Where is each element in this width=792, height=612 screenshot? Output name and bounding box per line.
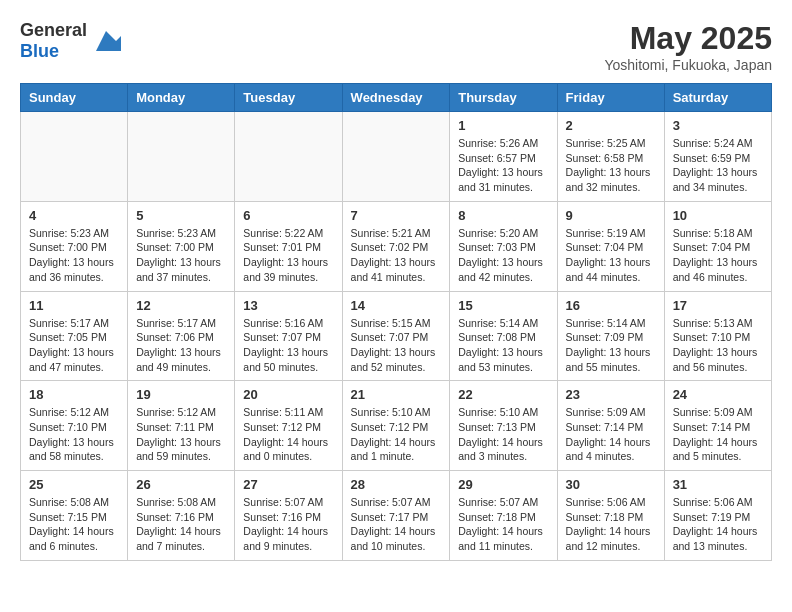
week-row-5: 25Sunrise: 5:08 AM Sunset: 7:15 PM Dayli… [21,471,772,561]
day-number: 29 [458,477,548,492]
day-info: Sunrise: 5:07 AM Sunset: 7:18 PM Dayligh… [458,495,548,554]
day-number: 16 [566,298,656,313]
day-number: 27 [243,477,333,492]
calendar-cell: 29Sunrise: 5:07 AM Sunset: 7:18 PM Dayli… [450,471,557,561]
calendar-cell: 21Sunrise: 5:10 AM Sunset: 7:12 PM Dayli… [342,381,450,471]
calendar-header-row: SundayMondayTuesdayWednesdayThursdayFrid… [21,84,772,112]
day-info: Sunrise: 5:14 AM Sunset: 7:08 PM Dayligh… [458,316,548,375]
col-header-friday: Friday [557,84,664,112]
calendar-cell: 9Sunrise: 5:19 AM Sunset: 7:04 PM Daylig… [557,201,664,291]
col-header-sunday: Sunday [21,84,128,112]
svg-marker-0 [96,31,121,51]
col-header-wednesday: Wednesday [342,84,450,112]
day-number: 31 [673,477,763,492]
day-info: Sunrise: 5:21 AM Sunset: 7:02 PM Dayligh… [351,226,442,285]
day-info: Sunrise: 5:23 AM Sunset: 7:00 PM Dayligh… [29,226,119,285]
day-number: 25 [29,477,119,492]
month-title: May 2025 [604,20,772,57]
day-info: Sunrise: 5:25 AM Sunset: 6:58 PM Dayligh… [566,136,656,195]
day-number: 26 [136,477,226,492]
day-number: 24 [673,387,763,402]
day-number: 8 [458,208,548,223]
calendar-cell: 18Sunrise: 5:12 AM Sunset: 7:10 PM Dayli… [21,381,128,471]
day-info: Sunrise: 5:15 AM Sunset: 7:07 PM Dayligh… [351,316,442,375]
day-info: Sunrise: 5:07 AM Sunset: 7:17 PM Dayligh… [351,495,442,554]
calendar-cell: 23Sunrise: 5:09 AM Sunset: 7:14 PM Dayli… [557,381,664,471]
calendar-cell: 19Sunrise: 5:12 AM Sunset: 7:11 PM Dayli… [128,381,235,471]
day-number: 12 [136,298,226,313]
day-info: Sunrise: 5:12 AM Sunset: 7:10 PM Dayligh… [29,405,119,464]
day-info: Sunrise: 5:14 AM Sunset: 7:09 PM Dayligh… [566,316,656,375]
calendar-cell: 12Sunrise: 5:17 AM Sunset: 7:06 PM Dayli… [128,291,235,381]
day-info: Sunrise: 5:20 AM Sunset: 7:03 PM Dayligh… [458,226,548,285]
day-number: 21 [351,387,442,402]
calendar-cell [128,112,235,202]
calendar-cell: 24Sunrise: 5:09 AM Sunset: 7:14 PM Dayli… [664,381,771,471]
calendar-cell: 16Sunrise: 5:14 AM Sunset: 7:09 PM Dayli… [557,291,664,381]
calendar-cell: 4Sunrise: 5:23 AM Sunset: 7:00 PM Daylig… [21,201,128,291]
calendar-cell: 20Sunrise: 5:11 AM Sunset: 7:12 PM Dayli… [235,381,342,471]
calendar-cell: 14Sunrise: 5:15 AM Sunset: 7:07 PM Dayli… [342,291,450,381]
day-info: Sunrise: 5:06 AM Sunset: 7:19 PM Dayligh… [673,495,763,554]
day-info: Sunrise: 5:26 AM Sunset: 6:57 PM Dayligh… [458,136,548,195]
day-info: Sunrise: 5:24 AM Sunset: 6:59 PM Dayligh… [673,136,763,195]
day-number: 13 [243,298,333,313]
day-info: Sunrise: 5:23 AM Sunset: 7:00 PM Dayligh… [136,226,226,285]
page-header: General Blue May 2025 Yoshitomi, Fukuoka… [20,20,772,73]
day-number: 3 [673,118,763,133]
day-info: Sunrise: 5:19 AM Sunset: 7:04 PM Dayligh… [566,226,656,285]
day-info: Sunrise: 5:08 AM Sunset: 7:15 PM Dayligh… [29,495,119,554]
calendar-cell: 31Sunrise: 5:06 AM Sunset: 7:19 PM Dayli… [664,471,771,561]
location: Yoshitomi, Fukuoka, Japan [604,57,772,73]
day-number: 11 [29,298,119,313]
week-row-2: 4Sunrise: 5:23 AM Sunset: 7:00 PM Daylig… [21,201,772,291]
day-info: Sunrise: 5:10 AM Sunset: 7:12 PM Dayligh… [351,405,442,464]
calendar-cell: 3Sunrise: 5:24 AM Sunset: 6:59 PM Daylig… [664,112,771,202]
calendar-cell: 10Sunrise: 5:18 AM Sunset: 7:04 PM Dayli… [664,201,771,291]
day-info: Sunrise: 5:12 AM Sunset: 7:11 PM Dayligh… [136,405,226,464]
day-number: 22 [458,387,548,402]
day-info: Sunrise: 5:09 AM Sunset: 7:14 PM Dayligh… [673,405,763,464]
calendar-cell: 26Sunrise: 5:08 AM Sunset: 7:16 PM Dayli… [128,471,235,561]
day-number: 23 [566,387,656,402]
day-info: Sunrise: 5:17 AM Sunset: 7:06 PM Dayligh… [136,316,226,375]
day-info: Sunrise: 5:13 AM Sunset: 7:10 PM Dayligh… [673,316,763,375]
col-header-tuesday: Tuesday [235,84,342,112]
week-row-4: 18Sunrise: 5:12 AM Sunset: 7:10 PM Dayli… [21,381,772,471]
day-info: Sunrise: 5:10 AM Sunset: 7:13 PM Dayligh… [458,405,548,464]
calendar-cell: 7Sunrise: 5:21 AM Sunset: 7:02 PM Daylig… [342,201,450,291]
day-info: Sunrise: 5:07 AM Sunset: 7:16 PM Dayligh… [243,495,333,554]
col-header-thursday: Thursday [450,84,557,112]
title-area: May 2025 Yoshitomi, Fukuoka, Japan [604,20,772,73]
day-number: 9 [566,208,656,223]
day-number: 5 [136,208,226,223]
day-number: 14 [351,298,442,313]
day-number: 28 [351,477,442,492]
col-header-monday: Monday [128,84,235,112]
calendar-cell: 5Sunrise: 5:23 AM Sunset: 7:00 PM Daylig… [128,201,235,291]
day-number: 4 [29,208,119,223]
day-number: 30 [566,477,656,492]
calendar-cell [235,112,342,202]
calendar-cell: 25Sunrise: 5:08 AM Sunset: 7:15 PM Dayli… [21,471,128,561]
calendar-cell: 13Sunrise: 5:16 AM Sunset: 7:07 PM Dayli… [235,291,342,381]
calendar-cell: 8Sunrise: 5:20 AM Sunset: 7:03 PM Daylig… [450,201,557,291]
calendar-cell: 1Sunrise: 5:26 AM Sunset: 6:57 PM Daylig… [450,112,557,202]
calendar-cell: 28Sunrise: 5:07 AM Sunset: 7:17 PM Dayli… [342,471,450,561]
calendar-cell: 2Sunrise: 5:25 AM Sunset: 6:58 PM Daylig… [557,112,664,202]
calendar-cell: 15Sunrise: 5:14 AM Sunset: 7:08 PM Dayli… [450,291,557,381]
day-info: Sunrise: 5:09 AM Sunset: 7:14 PM Dayligh… [566,405,656,464]
logo-blue: Blue [20,41,87,62]
calendar-cell: 27Sunrise: 5:07 AM Sunset: 7:16 PM Dayli… [235,471,342,561]
calendar-cell [21,112,128,202]
calendar-table: SundayMondayTuesdayWednesdayThursdayFrid… [20,83,772,561]
logo-general: General [20,20,87,41]
day-number: 1 [458,118,548,133]
day-number: 15 [458,298,548,313]
logo-text: General Blue [20,20,87,62]
calendar-cell [342,112,450,202]
calendar-cell: 22Sunrise: 5:10 AM Sunset: 7:13 PM Dayli… [450,381,557,471]
calendar-cell: 11Sunrise: 5:17 AM Sunset: 7:05 PM Dayli… [21,291,128,381]
day-number: 19 [136,387,226,402]
day-number: 2 [566,118,656,133]
